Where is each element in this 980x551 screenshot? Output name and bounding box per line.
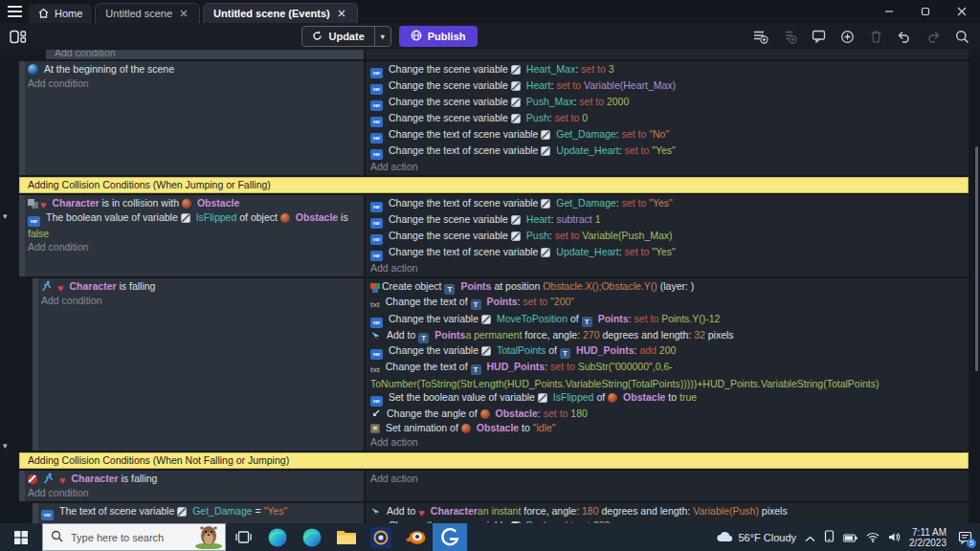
- taskbar-search[interactable]: [42, 523, 226, 551]
- comment-row[interactable]: Adding Collision Conditions (When Jumpin…: [19, 177, 969, 193]
- action-row[interactable]: Change the angle of Obstacle: set to 180: [370, 407, 965, 421]
- text-obj-icon: T: [471, 361, 484, 375]
- fold-arrow-icon[interactable]: ▾: [3, 212, 8, 221]
- search-icon[interactable]: [953, 28, 970, 45]
- action-row[interactable]: varSet the boolean value of variable IsF…: [370, 390, 965, 407]
- close-icon[interactable]: [944, 0, 980, 23]
- action-row[interactable]: Create object TPoints at position Obstac…: [370, 279, 965, 295]
- action-row[interactable]: varChange the text of scene variable Get…: [370, 127, 965, 143]
- add-subevent-icon[interactable]: [781, 28, 798, 45]
- undo-icon[interactable]: [896, 28, 913, 45]
- publish-button[interactable]: Publish: [399, 26, 478, 47]
- condition-row[interactable]: varThe text of scene variable Get_Damage…: [41, 504, 360, 520]
- add-comment-icon[interactable]: [810, 28, 827, 45]
- condition-row[interactable]: ♥Character is in collision with Obstacle: [28, 196, 360, 210]
- gdevelop-app-icon[interactable]: [433, 523, 467, 551]
- redo-icon[interactable]: [924, 28, 942, 45]
- update-button[interactable]: Update: [302, 31, 373, 43]
- condition-row[interactable]: varThe boolean value of variable IsFlipp…: [28, 210, 360, 240]
- tab-untitled-scene-events[interactable]: Untitled scene (Events): [203, 3, 358, 23]
- add-other-event-icon[interactable]: [838, 28, 856, 45]
- search-input[interactable]: [69, 531, 178, 544]
- action-row[interactable]: txtChange the text of THUD_Points: set t…: [370, 360, 965, 390]
- menu-icon[interactable]: [0, 0, 29, 23]
- project-manager-icon[interactable]: [10, 28, 27, 45]
- add-condition-link[interactable]: Add condition: [41, 294, 360, 307]
- delete-icon[interactable]: [867, 28, 884, 45]
- actions-cell[interactable]: varChange the scene variable Heart_Max: …: [364, 61, 969, 175]
- close-tab-icon[interactable]: [178, 8, 189, 19]
- conditions-cell[interactable]: At the beginning of the sceneAdd conditi…: [19, 61, 364, 175]
- vertical-scrollbar[interactable]: [975, 146, 978, 371]
- add-condition-link[interactable]: Add condition: [55, 50, 360, 59]
- action-row[interactable]: varChange the text of scene variable Get…: [370, 196, 965, 212]
- update-dropdown-caret-icon[interactable]: ▾: [374, 27, 390, 46]
- tray-chevron-icon[interactable]: [805, 529, 815, 546]
- condition-row[interactable]: ♥Character is falling: [28, 472, 360, 486]
- actions-cell[interactable]: [364, 50, 969, 59]
- action-row[interactable]: varChange the scene variable Push: set t…: [370, 229, 965, 245]
- condition-row[interactable]: ♥Character is falling: [41, 279, 360, 294]
- conditions-cell[interactable]: ♥Character is fallingAdd condition: [33, 278, 364, 451]
- clock-widget[interactable]: 7:11 AM 2/2/2023: [909, 527, 947, 548]
- action-row[interactable]: txtChange the text of TPoints: set to "2…: [370, 295, 965, 312]
- add-action-link[interactable]: Add action: [370, 261, 965, 275]
- close-tab-icon[interactable]: [336, 8, 347, 19]
- add-action-link[interactable]: Add action: [370, 435, 965, 449]
- add-condition-link[interactable]: Add condition: [28, 240, 360, 253]
- action-row[interactable]: Add to ♥Characteran instant force, angle…: [370, 504, 965, 518]
- file-explorer-icon[interactable]: [329, 523, 364, 551]
- refresh-icon: [312, 31, 323, 43]
- action-row[interactable]: varChange the scene variable Heart: subt…: [370, 212, 965, 229]
- add-condition-link[interactable]: Add condition: [28, 77, 360, 90]
- action-row[interactable]: varChange the scene variable Heart_Max: …: [370, 62, 965, 78]
- action-row[interactable]: varChange the text of scene variable Upd…: [370, 245, 965, 261]
- taskbar: 56°F Cloudy 7:11 AM 2/2/2023 5: [0, 523, 980, 551]
- task-view-button[interactable]: [226, 523, 260, 551]
- minimize-icon[interactable]: [871, 0, 907, 23]
- maximize-icon[interactable]: [907, 0, 944, 23]
- action-row[interactable]: varChange the variable TotalPoints of TH…: [370, 343, 965, 360]
- condition-row[interactable]: At the beginning of the scene: [28, 62, 360, 77]
- volume-icon[interactable]: [888, 529, 901, 546]
- var-icon: var: [370, 197, 386, 212]
- actions-cell[interactable]: Add to ♥Characteran instant force, angle…: [364, 503, 969, 523]
- actions-cell[interactable]: varChange the text of scene variable Get…: [364, 195, 969, 276]
- conditions-cell[interactable]: ♥Character is in collision with Obstacle…: [19, 195, 364, 276]
- wifi-icon[interactable]: [866, 529, 880, 546]
- action-row[interactable]: varChange the scene variable Push_Max: s…: [370, 95, 965, 111]
- conditions-cell[interactable]: varThe text of scene variable Get_Damage…: [33, 503, 364, 523]
- edge-beta-app-icon[interactable]: [295, 523, 329, 551]
- search-icon: [51, 529, 63, 546]
- add-action-link[interactable]: Add action: [370, 160, 965, 173]
- add-action-link[interactable]: Add action: [370, 472, 965, 485]
- comment-row[interactable]: Adding Collision Conditions (When Not Fa…: [19, 452, 969, 469]
- conditions-cell[interactable]: ♥Character is fallingAdd condition: [19, 471, 364, 501]
- action-row[interactable]: varChange the text of scene variable Upd…: [370, 143, 965, 160]
- varbadge-icon: [541, 128, 553, 142]
- action-row[interactable]: varChange the scene variable Heart: set …: [370, 78, 965, 95]
- your-phone-icon[interactable]: [824, 529, 835, 546]
- conditions-cell[interactable]: Add condition: [46, 50, 364, 59]
- action-row[interactable]: varChange the scene variable Push: subtr…: [370, 518, 965, 523]
- action-row[interactable]: varChange the scene variable Push: set t…: [370, 111, 965, 127]
- event-block: ♥Character is fallingAdd conditionCreate…: [33, 278, 969, 451]
- add-event-icon[interactable]: [752, 28, 769, 45]
- add-condition-link[interactable]: Add condition: [28, 486, 360, 499]
- edge-app-icon[interactable]: [260, 523, 295, 551]
- blender-app-icon[interactable]: [398, 523, 433, 551]
- action-row[interactable]: varChange the variable MoveToPosition of…: [370, 312, 965, 328]
- action-row[interactable]: Set animation of Obstacle to "idle": [370, 421, 965, 435]
- fold-arrow-icon[interactable]: ▾: [3, 442, 8, 451]
- start-button[interactable]: [0, 523, 42, 551]
- battery-icon[interactable]: [843, 529, 858, 546]
- actions-cell[interactable]: Add action: [364, 471, 969, 501]
- media-player-app-icon[interactable]: [364, 523, 398, 551]
- weather-widget[interactable]: 56°F Cloudy: [716, 531, 796, 544]
- action-center-button[interactable]: 5: [955, 528, 974, 547]
- var-icon: var: [370, 230, 386, 245]
- tab-home[interactable]: Home: [29, 4, 92, 23]
- tab-untitled-scene[interactable]: Untitled scene: [95, 3, 200, 23]
- actions-cell[interactable]: Create object TPoints at position Obstac…: [364, 278, 969, 451]
- action-row[interactable]: Add to TPointsa permanent force, angle: …: [370, 328, 965, 343]
